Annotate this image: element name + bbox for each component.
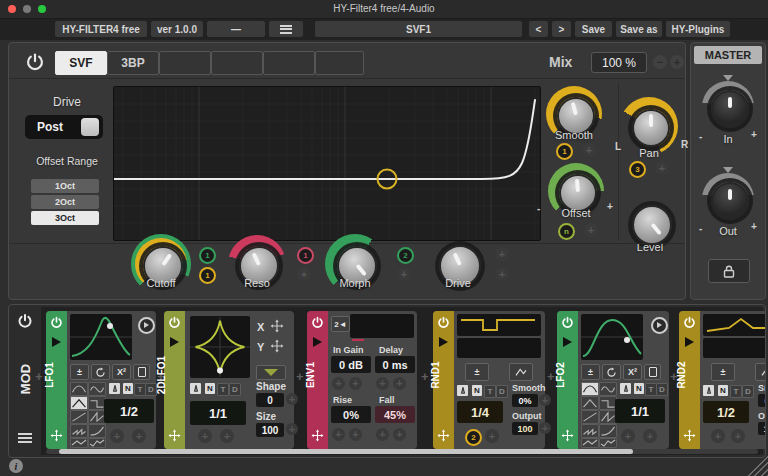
env1-trigger-icon[interactable] <box>313 337 322 347</box>
2dlfo1-shape-add-button[interactable]: + <box>286 393 298 405</box>
env1-fall-inc[interactable]: + <box>393 428 406 441</box>
2dlfo1-xy-display[interactable] <box>190 316 250 378</box>
rnd2-polarity-icon[interactable]: ± <box>711 363 735 381</box>
cutoff-mod-badge-2[interactable]: 1 <box>199 267 216 284</box>
rnd1-move-icon[interactable] <box>437 429 450 442</box>
add-module-button[interactable]: + <box>421 369 429 384</box>
lfo2-shape-ramp[interactable] <box>581 410 599 424</box>
2dlfo1-sync-icon[interactable] <box>190 383 201 394</box>
titlebar[interactable]: HY-Filter4 free/4-Audio <box>0 0 768 19</box>
lfo2-shape-sine-selected[interactable] <box>581 382 599 396</box>
pan-mod-badge[interactable]: 3 <box>629 161 646 178</box>
2dlfo1-power-icon[interactable] <box>168 316 181 329</box>
lfo1-retrigger-icon[interactable] <box>91 364 110 380</box>
offset-range-2oct[interactable]: 2Oct <box>31 195 99 209</box>
lfo1-shape-wiggle[interactable] <box>88 382 106 396</box>
env1-in-gain-dec[interactable]: + <box>332 377 345 390</box>
env1-fall-value[interactable]: 45% <box>375 406 415 423</box>
rnd1-mod-badge[interactable]: 2 <box>465 429 482 446</box>
lfo1-power-icon[interactable] <box>50 316 63 329</box>
rnd2-smooth-shape-icon[interactable] <box>755 363 766 381</box>
out-knob[interactable] <box>711 182 749 220</box>
cutoff-mod-badge-1[interactable]: 1 <box>199 247 216 264</box>
save-as-button[interactable]: Save as <box>616 21 662 37</box>
lfo1-move-icon[interactable] <box>50 429 63 442</box>
lfo2-shape-stairs[interactable] <box>581 424 599 438</box>
master-lock-button[interactable] <box>708 259 750 283</box>
lfo1-dec-button[interactable]: + <box>110 429 124 443</box>
tab-3bp[interactable]: 3BP <box>107 51 159 75</box>
lfo1-polarity-icon[interactable]: ± <box>70 364 89 380</box>
env1-in-gain-value[interactable]: 0 dB <box>331 356 371 373</box>
rnd1-sync-icon[interactable] <box>457 385 468 396</box>
rnd2-sync-icon[interactable] <box>703 385 714 396</box>
hy-plugins-button[interactable]: HY-Plugins <box>666 21 730 37</box>
env1-rise-value[interactable]: 0% <box>331 406 371 423</box>
lfo2-rate-value[interactable]: 1/1 <box>615 399 665 423</box>
lfo1-shape-rand2[interactable] <box>88 438 106 448</box>
in-knob[interactable] <box>711 90 749 128</box>
rnd2-trigger-icon[interactable] <box>685 337 694 347</box>
lfo1-device-icon[interactable] <box>133 364 150 380</box>
2dlfo1-move-icon[interactable] <box>168 429 181 442</box>
rnd2-move-icon[interactable] <box>683 429 696 442</box>
smooth-mod-badge[interactable]: 1 <box>556 143 573 160</box>
lfo2-note-button[interactable]: N <box>634 383 644 394</box>
lfo2-move-icon[interactable] <box>561 429 574 442</box>
rnd1-output-add[interactable]: + <box>539 422 551 434</box>
2dlfo1-inc-button[interactable]: + <box>220 429 234 443</box>
mod-power-icon[interactable] <box>17 313 33 329</box>
add-module-button[interactable]: + <box>547 369 555 384</box>
tab-empty-4[interactable] <box>315 51 364 75</box>
rnd2-output-value[interactable]: 100 <box>758 422 766 435</box>
plugin-name-button[interactable]: HY-FILTER4 free <box>55 21 147 37</box>
drive-post-toggle[interactable]: Post <box>25 115 103 139</box>
reso-mod-add-button[interactable]: + <box>297 267 311 281</box>
rnd1-inc-button[interactable]: + <box>485 429 499 443</box>
mix-value[interactable]: 100 % <box>591 52 647 73</box>
preset-name-field[interactable]: SVF1 <box>315 21 522 37</box>
rnd1-note-button[interactable]: N <box>472 385 482 396</box>
lfo1-waveform-display[interactable] <box>70 314 132 360</box>
tab-empty-3[interactable] <box>263 51 315 75</box>
rnd1-polarity-icon[interactable]: ± <box>465 363 489 381</box>
lfo1-inc-button[interactable]: + <box>132 429 146 443</box>
level-knob[interactable] <box>632 205 672 245</box>
lfo1-shape-ramp[interactable] <box>70 410 88 424</box>
add-module-button[interactable]: + <box>296 369 304 384</box>
toggle-knob[interactable] <box>81 118 99 136</box>
drive-mod-add-button-1[interactable]: + <box>495 247 509 261</box>
lfo2-shape-exp[interactable] <box>599 424 617 438</box>
mix-increment-button[interactable]: + <box>670 55 684 69</box>
2dlfo1-x-move-icon[interactable] <box>270 319 284 333</box>
2dlfo1-rate-value[interactable]: 1/1 <box>190 401 246 425</box>
drive-mod-add-button-2[interactable]: + <box>495 267 509 281</box>
rnd2-triplet-button[interactable]: T <box>730 385 742 398</box>
rnd1-power-icon[interactable] <box>437 316 450 329</box>
mix-decrement-button[interactable]: − <box>653 55 667 69</box>
2dlfo1-dec-button[interactable]: + <box>198 429 212 443</box>
filter-power-icon[interactable] <box>25 52 45 72</box>
pan-mod-add-button[interactable]: + <box>655 161 669 175</box>
lfo2-device-icon[interactable] <box>644 364 661 380</box>
2dlfo1-trigger-icon[interactable] <box>170 337 179 347</box>
offset-mod-add-button[interactable]: + <box>584 223 598 237</box>
offset-mod-badge[interactable]: n <box>558 223 575 240</box>
lfo2-shape-rand2[interactable] <box>599 438 617 448</box>
lfo1-shape-triangle-selected[interactable] <box>70 396 88 410</box>
2dlfo1-size-value[interactable]: 100 <box>256 423 284 437</box>
rnd1-triplet-button[interactable]: T <box>484 385 496 398</box>
2dlfo1-dotted-button[interactable]: D <box>229 383 241 396</box>
smooth-mod-add-button[interactable]: + <box>582 143 596 157</box>
lfo2-shape-triangle[interactable] <box>581 396 599 410</box>
rnd2-rate-value[interactable]: 1/2 <box>703 401 749 423</box>
env1-delay-value[interactable]: 0 ms <box>375 356 415 373</box>
2dlfo1-mode-dropdown[interactable] <box>256 365 286 380</box>
info-icon[interactable]: i <box>9 459 23 473</box>
env1-rise-inc[interactable]: + <box>349 428 362 441</box>
env1-power-icon[interactable] <box>311 316 324 329</box>
lfo1-shape-sine[interactable] <box>70 382 88 396</box>
rnd1-dotted-button[interactable]: D <box>496 385 508 398</box>
2dlfo1-triplet-button[interactable]: T <box>217 383 229 396</box>
env1-delay-dec[interactable]: + <box>376 377 389 390</box>
